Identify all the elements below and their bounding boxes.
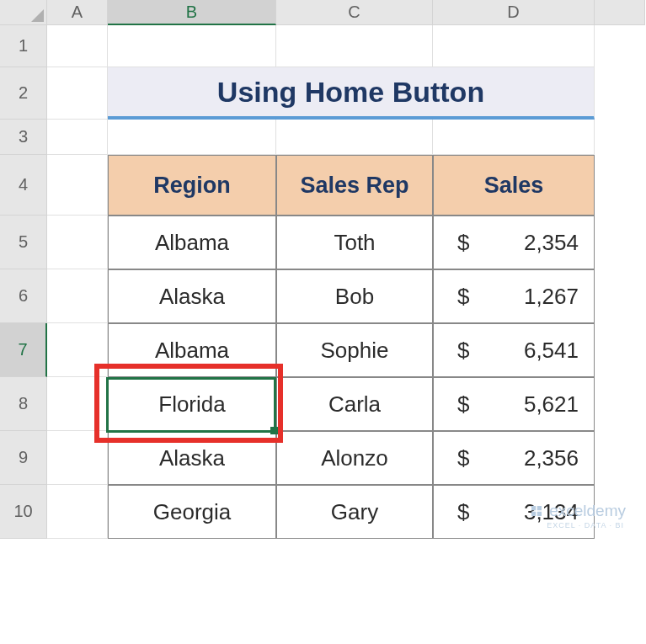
col-header-C[interactable]: C bbox=[276, 0, 433, 25]
cell-C5[interactable]: Toth bbox=[276, 216, 433, 269]
cell-D6[interactable]: $1,267 bbox=[433, 269, 595, 323]
cell-A5[interactable] bbox=[47, 216, 108, 269]
select-all-corner[interactable] bbox=[0, 0, 47, 25]
cell-B6[interactable]: Alaska bbox=[108, 269, 276, 323]
cell-C6[interactable]: Bob bbox=[276, 269, 433, 323]
row-header-5[interactable]: 5 bbox=[0, 216, 47, 269]
row-header-3[interactable]: 3 bbox=[0, 120, 47, 155]
header-sales[interactable]: Sales bbox=[433, 155, 595, 216]
cell-C10[interactable]: Gary bbox=[276, 485, 433, 539]
row-header-4[interactable]: 4 bbox=[0, 155, 47, 216]
cell-A7[interactable] bbox=[47, 323, 108, 377]
cell-A3[interactable] bbox=[47, 120, 108, 155]
cell-A4[interactable] bbox=[47, 155, 108, 216]
cell-A9[interactable] bbox=[47, 431, 108, 485]
cell-B8[interactable]: Florida bbox=[108, 377, 276, 431]
cell-B9[interactable]: Alaska bbox=[108, 431, 276, 485]
col-header-A[interactable]: A bbox=[47, 0, 108, 25]
cell-A2[interactable] bbox=[47, 67, 108, 120]
row-header-2[interactable]: 2 bbox=[0, 67, 47, 120]
cell-B5[interactable]: Albama bbox=[108, 216, 276, 269]
watermark-icon bbox=[529, 503, 544, 519]
cell-C7[interactable]: Sophie bbox=[276, 323, 433, 377]
cell-A6[interactable] bbox=[47, 269, 108, 323]
cell-B10[interactable]: Georgia bbox=[108, 485, 276, 539]
row-header-8[interactable]: 8 bbox=[0, 377, 47, 431]
row-header-10[interactable]: 10 bbox=[0, 485, 47, 539]
cell-C3[interactable] bbox=[276, 120, 433, 155]
cell-B1[interactable] bbox=[108, 25, 276, 67]
row-header-1[interactable]: 1 bbox=[0, 25, 47, 67]
header-salesrep[interactable]: Sales Rep bbox=[276, 155, 433, 216]
cell-D7[interactable]: $6,541 bbox=[433, 323, 595, 377]
col-header-B[interactable]: B bbox=[108, 0, 276, 25]
row-header-7[interactable]: 7 bbox=[0, 323, 47, 377]
cell-C9[interactable]: Alonzo bbox=[276, 431, 433, 485]
cell-A10[interactable] bbox=[47, 485, 108, 539]
spreadsheet-grid: A B C D 1 2 Using Home Button 3 4 Region… bbox=[0, 0, 646, 539]
cell-D9[interactable]: $2,356 bbox=[433, 431, 595, 485]
row-header-6[interactable]: 6 bbox=[0, 269, 47, 323]
header-region[interactable]: Region bbox=[108, 155, 276, 216]
cell-D1[interactable] bbox=[433, 25, 595, 67]
cell-C1[interactable] bbox=[276, 25, 433, 67]
cell-D8[interactable]: $5,621 bbox=[433, 377, 595, 431]
cell-D3[interactable] bbox=[433, 120, 595, 155]
row-header-9[interactable]: 9 bbox=[0, 431, 47, 485]
cell-A8[interactable] bbox=[47, 377, 108, 431]
watermark-tagline: EXCEL · DATA · BI bbox=[547, 521, 624, 530]
col-header-D[interactable]: D bbox=[433, 0, 595, 25]
title-cell[interactable]: Using Home Button bbox=[108, 67, 595, 120]
watermark: exceldemy bbox=[529, 502, 626, 520]
cell-C8[interactable]: Carla bbox=[276, 377, 433, 431]
cell-B3[interactable] bbox=[108, 120, 276, 155]
cell-B7[interactable]: Albama bbox=[108, 323, 276, 377]
col-header-spacer bbox=[595, 0, 645, 25]
cell-A1[interactable] bbox=[47, 25, 108, 67]
cell-D5[interactable]: $2,354 bbox=[433, 216, 595, 269]
